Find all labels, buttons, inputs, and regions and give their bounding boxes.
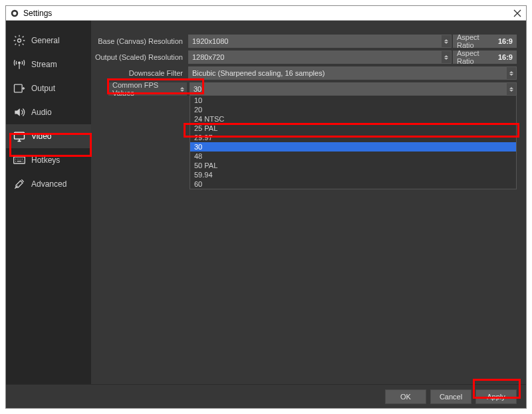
output-resolution-label: Output (Scaled) Resolution: [91, 53, 188, 61]
tools-icon: [13, 177, 26, 191]
titlebar: Settings: [6, 6, 526, 21]
sidebar-item-hotkeys[interactable]: Hotkeys: [6, 148, 91, 172]
base-aspect: Aspect Ratio 16:9: [453, 35, 517, 48]
sidebar-item-video[interactable]: Video: [6, 124, 91, 148]
sidebar-item-stream[interactable]: Stream: [6, 52, 91, 76]
downscale-filter-label: Downscale Filter: [91, 69, 188, 77]
downscale-filter-select[interactable]: Bicubic (Sharpened scaling, 16 samples): [188, 66, 517, 80]
svg-point-1: [13, 11, 16, 15]
sidebar-item-label: Video: [31, 132, 51, 141]
speaker-icon: [13, 106, 26, 119]
output-resolution-select[interactable]: 1280x720: [188, 51, 452, 64]
output-aspect: Aspect Ratio 16:9: [453, 51, 517, 64]
gear-icon: [13, 34, 26, 47]
fps-option[interactable]: 60: [190, 179, 516, 189]
sidebar-item-label: Output: [31, 84, 55, 93]
apply-button[interactable]: Apply: [475, 389, 517, 404]
fps-value-select[interactable]: 30: [190, 82, 517, 96]
sidebar-item-label: Hotkeys: [31, 155, 60, 165]
fps-option[interactable]: 50 PAL: [190, 161, 516, 170]
sidebar-item-label: Audio: [31, 108, 52, 117]
fps-option[interactable]: 29.97: [190, 133, 516, 142]
fps-dropdown[interactable]: 102024 NTSC25 PAL29.97304850 PAL59.9460: [190, 95, 517, 189]
fps-value: 30: [194, 85, 201, 93]
chevron-updown-icon: [507, 67, 516, 79]
antenna-icon: [13, 58, 26, 71]
sidebar-item-general[interactable]: General: [6, 29, 91, 52]
settings-window: Settings General Stream O: [5, 5, 527, 409]
fps-option[interactable]: 48: [190, 152, 516, 161]
fps-option[interactable]: 10: [190, 96, 516, 105]
base-resolution-select[interactable]: 1920x1080: [188, 35, 452, 48]
ok-button[interactable]: OK: [385, 389, 426, 404]
fps-option[interactable]: 20: [190, 105, 516, 114]
chevron-updown-icon: [442, 35, 451, 47]
sidebar-item-audio[interactable]: Audio: [6, 100, 91, 124]
sidebar-item-label: General: [31, 36, 60, 45]
svg-point-2: [18, 39, 21, 43]
fps-option[interactable]: 59.94: [190, 170, 516, 179]
sidebar-item-label: Stream: [31, 60, 57, 69]
sidebar-item-label: Advanced: [31, 179, 66, 189]
fps-option[interactable]: 25 PAL: [190, 124, 516, 133]
downscale-filter-value: Bicubic (Sharpened scaling, 16 samples): [192, 69, 325, 77]
chevron-updown-icon: [507, 83, 516, 95]
svg-rect-6: [14, 157, 25, 163]
keyboard-icon: [13, 154, 26, 167]
fps-option[interactable]: 24 NTSC: [190, 114, 516, 124]
output-icon: [13, 82, 26, 95]
cancel-button[interactable]: Cancel: [430, 389, 471, 404]
fps-mode-select[interactable]: Common FPS Values: [108, 82, 187, 96]
svg-rect-4: [15, 84, 23, 92]
base-resolution-value: 1920x1080: [192, 37, 228, 45]
sidebar-item-output[interactable]: Output: [6, 76, 91, 100]
sidebar: General Stream Output Audio: [6, 21, 91, 384]
app-icon: [10, 9, 19, 18]
footer: OK Cancel Apply: [6, 384, 526, 408]
monitor-icon: [13, 130, 26, 143]
svg-rect-5: [15, 132, 25, 139]
main-pane: Base (Canvas) Resolution 1920x1080 Aspec…: [91, 21, 526, 384]
chevron-updown-icon: [442, 51, 451, 63]
sidebar-item-advanced[interactable]: Advanced: [6, 172, 91, 196]
output-resolution-value: 1280x720: [192, 53, 224, 61]
chevron-updown-icon: [178, 83, 186, 95]
close-button[interactable]: [513, 9, 522, 18]
base-resolution-label: Base (Canvas) Resolution: [91, 37, 188, 45]
window-title: Settings: [23, 9, 513, 18]
fps-option[interactable]: 30: [190, 142, 516, 152]
